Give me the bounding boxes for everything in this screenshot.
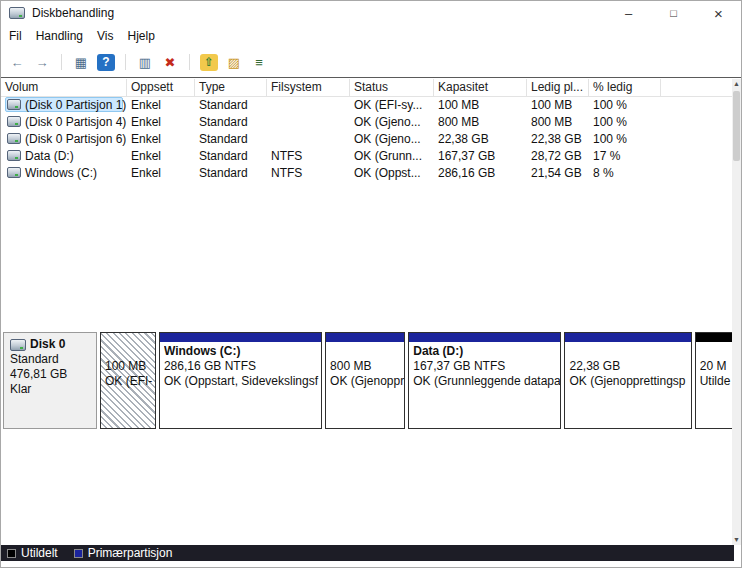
column-header-filsystem[interactable]: Filsystem: [267, 79, 350, 96]
cell-type: Standard: [195, 148, 267, 165]
cell-filsystem: NTFS: [267, 148, 350, 165]
cell-status: OK (Oppst...: [350, 165, 434, 182]
partition-color-bar: [101, 333, 155, 342]
cell-volum: (Disk 0 Partisjon 1): [1, 97, 127, 114]
menu-bar: FilHandlingVisHjelp: [1, 25, 741, 47]
partition-name: Windows (C:): [164, 344, 321, 359]
menu-item-vis[interactable]: Vis: [90, 27, 120, 45]
explore-icon[interactable]: ▨: [223, 52, 245, 72]
cell-ledig-pl: 100 MB: [527, 97, 589, 114]
cell-status: OK (Gjeno...: [350, 131, 434, 148]
partition-strip: 100 MBOK (EFI-Windows (C:)286,16 GB NTFS…: [100, 332, 737, 429]
cell-kapasitet: 100 MB: [434, 97, 527, 114]
volume-icon: [7, 167, 21, 178]
cell-oppsett: Enkel: [127, 114, 195, 131]
partition-name: [700, 344, 736, 359]
disk-type: Standard: [10, 352, 96, 367]
scroll-up-icon[interactable]: ▲: [733, 79, 740, 89]
partition-block[interactable]: 22,38 GBOK (Gjenopprettingsp: [564, 332, 691, 429]
table-row[interactable]: (Disk 0 Partisjon 6)EnkelStandardOK (Gje…: [1, 131, 732, 148]
cell-ledig: 100 %: [589, 131, 661, 148]
cell-oppsett: Enkel: [127, 131, 195, 148]
partition-size: 167,37 GB NTFS: [413, 359, 560, 374]
scroll-down-icon[interactable]: ▼: [733, 535, 740, 545]
volume-icon: [7, 150, 21, 161]
column-header-kapasitet[interactable]: Kapasitet: [434, 79, 527, 96]
column-header-ledig-pl[interactable]: Ledig pl...: [527, 79, 589, 96]
disk-status: Klar: [10, 382, 96, 397]
back-icon[interactable]: ←: [6, 52, 28, 72]
volume-icon: [7, 116, 21, 127]
partition-color-bar: [409, 333, 560, 342]
properties-icon[interactable]: ▥: [134, 52, 156, 72]
cell-type: Standard: [195, 131, 267, 148]
toolbar-separator: [189, 54, 190, 70]
column-header-status[interactable]: Status: [350, 79, 434, 96]
table-row[interactable]: (Disk 0 Partisjon 4)EnkelStandardOK (Gje…: [1, 114, 732, 131]
partition-name: Data (D:): [413, 344, 560, 359]
close-button[interactable]: ×: [696, 1, 741, 25]
disk-icon: [10, 339, 26, 351]
volume-label: (Disk 0 Partisjon 6): [5, 131, 123, 146]
cell-type: Standard: [195, 114, 267, 131]
cell-ledig-pl: 800 MB: [527, 114, 589, 131]
cell-oppsett: Enkel: [127, 148, 195, 165]
disk-size: 476,81 GB: [10, 367, 96, 382]
minimize-button[interactable]: –: [606, 1, 651, 25]
partition-status: OK (EFI-: [105, 374, 155, 389]
table-row[interactable]: Windows (C:)EnkelStandardNTFSOK (Oppst..…: [1, 165, 732, 182]
scrollbar-thumb[interactable]: [733, 91, 740, 161]
toolbar-separator: [61, 54, 62, 70]
partition-body: 22,38 GBOK (Gjenopprettingsp: [565, 342, 690, 428]
help-icon[interactable]: ?: [97, 54, 115, 71]
volume-label: (Disk 0 Partisjon 1): [5, 97, 123, 112]
partition-block[interactable]: Data (D:)167,37 GB NTFSOK (Grunnleggende…: [408, 332, 561, 429]
open-icon[interactable]: ⇧: [200, 54, 218, 71]
maximize-button[interactable]: □: [651, 1, 696, 25]
menu-item-handling[interactable]: Handling: [29, 27, 90, 45]
disk0-panel[interactable]: Disk 0 Standard 476,81 GB Klar: [3, 332, 97, 429]
partition-body: 100 MBOK (EFI-: [101, 342, 155, 428]
cell-ledig: 100 %: [589, 97, 661, 114]
column-header-volum[interactable]: Volum: [1, 79, 127, 96]
partition-block[interactable]: Windows (C:)286,16 GB NTFSOK (Oppstart, …: [159, 332, 322, 429]
partition-block[interactable]: 800 MBOK (Gjenoppr: [325, 332, 405, 429]
volume-table-body: (Disk 0 Partisjon 1)EnkelStandardOK (EFI…: [1, 97, 732, 182]
delete-volume-icon[interactable]: ✖: [159, 52, 181, 72]
partition-block[interactable]: 20 MUtilde: [695, 332, 737, 429]
partition-color-bar: [565, 333, 690, 342]
forward-icon[interactable]: →: [31, 52, 53, 72]
cell-ledig: 100 %: [589, 114, 661, 131]
partition-color-bar: [160, 333, 321, 342]
cell-volum: (Disk 0 Partisjon 4): [1, 114, 127, 131]
partition-status: OK (Gjenoppr: [330, 374, 404, 389]
volume-icon: [7, 133, 21, 144]
app-icon: [9, 7, 25, 19]
cell-type: Standard: [195, 165, 267, 182]
menu-item-fil[interactable]: Fil: [2, 27, 29, 45]
cell-kapasitet: 167,37 GB: [434, 148, 527, 165]
show-console-tree-icon[interactable]: ▦: [70, 52, 92, 72]
partition-body: Data (D:)167,37 GB NTFSOK (Grunnleggende…: [409, 342, 560, 428]
legend-item-utildelt: Utildelt: [7, 546, 58, 560]
view-options-icon[interactable]: ≡: [248, 52, 270, 72]
legend-item-prim-rpartisjon: Primærpartisjon: [74, 546, 173, 560]
partition-block[interactable]: 100 MBOK (EFI-: [100, 332, 156, 429]
table-row[interactable]: Data (D:)EnkelStandardNTFSOK (Grunn...16…: [1, 148, 732, 165]
partition-name: [330, 344, 404, 359]
column-header-ledig[interactable]: % ledig: [589, 79, 661, 96]
cell-volum: Windows (C:): [1, 165, 127, 182]
disk-management-window: Diskbehandling – □ × FilHandlingVisHjelp…: [0, 0, 742, 568]
table-row[interactable]: (Disk 0 Partisjon 1)EnkelStandardOK (EFI…: [1, 97, 732, 114]
menu-item-hjelp[interactable]: Hjelp: [121, 27, 162, 45]
cell-filsystem: [267, 97, 350, 114]
partition-size: 22,38 GB: [569, 359, 690, 374]
partition-body: 20 MUtilde: [696, 342, 736, 428]
column-header-filler: [661, 79, 732, 96]
column-header-type[interactable]: Type: [195, 79, 267, 96]
column-header-oppsett[interactable]: Oppsett: [127, 79, 195, 96]
vertical-scrollbar[interactable]: ▲ ▼: [732, 79, 741, 545]
partition-size: 800 MB: [330, 359, 404, 374]
cell-volum: (Disk 0 Partisjon 6): [1, 131, 127, 148]
partition-name: [105, 344, 155, 359]
